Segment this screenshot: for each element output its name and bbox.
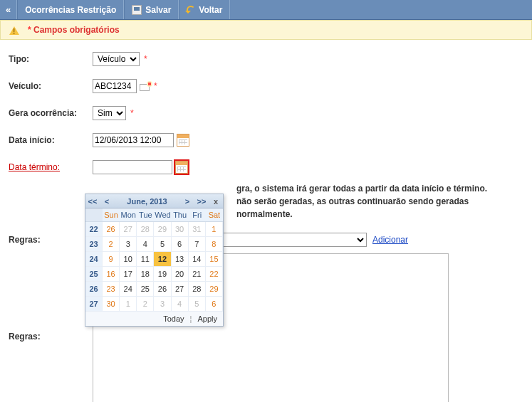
dp-day[interactable]: 8	[206, 237, 223, 252]
dp-dow: Fri	[189, 208, 206, 221]
dp-day[interactable]: 1	[120, 297, 137, 312]
dp-day[interactable]: 30	[172, 222, 189, 237]
tipo-select[interactable]: Veículo	[93, 52, 140, 66]
datepicker-popup: << < June, 2013 > >> x SunMonTueWedThuFr…	[85, 194, 224, 327]
dp-dow: Wed	[154, 208, 171, 221]
dp-day[interactable]: 30	[103, 297, 120, 312]
back-icon	[187, 6, 195, 14]
dp-week-col-head	[85, 208, 103, 221]
tipo-label: Tipo:	[9, 54, 93, 64]
dp-day[interactable]: 20	[172, 267, 189, 282]
dp-dow: Sun	[103, 208, 120, 221]
header-bar: « Ocorrências Restrição Salvar Voltar	[0, 0, 532, 20]
dp-day[interactable]: 27	[172, 282, 189, 297]
dp-day[interactable]: 23	[103, 282, 120, 297]
dp-dow: Tue	[137, 208, 154, 221]
adicionar-link[interactable]: Adicionar	[372, 235, 408, 245]
dp-day[interactable]: 6	[206, 297, 223, 312]
dp-day[interactable]: 27	[120, 222, 137, 237]
chevrons-left-icon: «	[6, 4, 11, 15]
dp-day[interactable]: 22	[206, 267, 223, 282]
dp-day[interactable]: 14	[189, 252, 206, 267]
dp-day[interactable]: 28	[189, 282, 206, 297]
collapse-button[interactable]: «	[0, 0, 17, 19]
dp-day[interactable]: 19	[154, 267, 171, 282]
data-inicio-label: Data início:	[9, 135, 93, 145]
dp-prev-year[interactable]: <<	[85, 197, 100, 206]
dp-day[interactable]: 1	[206, 222, 223, 237]
veiculo-picker-icon[interactable]	[140, 84, 150, 91]
dp-next-month[interactable]: >	[180, 197, 194, 206]
required-marker: *	[130, 108, 134, 118]
dp-week-number: 25	[85, 267, 103, 282]
dp-day[interactable]: 21	[189, 267, 206, 282]
back-button[interactable]: Voltar	[179, 0, 230, 19]
dp-week-number: 22	[85, 222, 103, 237]
dp-week-number: 27	[85, 297, 103, 312]
dp-day[interactable]: 5	[154, 237, 171, 252]
dp-day[interactable]: 24	[120, 282, 137, 297]
calendar-icon[interactable]	[177, 134, 189, 147]
dp-day[interactable]: 4	[137, 237, 154, 252]
dp-day[interactable]: 16	[103, 267, 120, 282]
regras-label-2: Regras:	[9, 332, 41, 342]
dp-day[interactable]: 4	[172, 297, 189, 312]
hint-text: gra, o sistema irá gerar todas a partir …	[236, 182, 523, 221]
dp-day[interactable]: 12	[154, 252, 171, 267]
required-marker: *	[144, 54, 147, 64]
dp-day[interactable]: 3	[154, 297, 171, 312]
dp-day[interactable]: 31	[189, 222, 206, 237]
dp-day[interactable]: 29	[154, 222, 171, 237]
veiculo-input[interactable]	[93, 79, 137, 93]
save-icon	[132, 5, 142, 15]
dp-close[interactable]: x	[209, 197, 223, 206]
dp-today-button[interactable]: Today	[162, 314, 185, 323]
required-marker: *	[154, 81, 157, 91]
dp-day[interactable]: 9	[103, 252, 120, 267]
dp-day[interactable]: 3	[120, 237, 137, 252]
form: Tipo: Veículo * Veículo: * Gera ocorrênc…	[0, 40, 532, 402]
data-termino-label: Data término:	[9, 162, 93, 172]
dp-week-number: 24	[85, 252, 103, 267]
dp-grid: 2226272829303112323456782491011121314152…	[85, 222, 223, 312]
dp-day[interactable]: 26	[154, 282, 171, 297]
dp-day[interactable]: 11	[137, 252, 154, 267]
dp-day[interactable]: 25	[137, 282, 154, 297]
dp-day[interactable]: 7	[189, 237, 206, 252]
dp-day[interactable]: 26	[103, 222, 120, 237]
save-button[interactable]: Salvar	[124, 0, 179, 19]
data-inicio-input[interactable]	[93, 133, 174, 147]
dp-dow: Thu	[172, 208, 189, 221]
regras-label: Regras:	[9, 235, 93, 245]
dp-dow: Mon	[120, 208, 137, 221]
dp-title[interactable]: June, 2013	[114, 197, 180, 206]
required-fields-notice: * Campos obrigatórios	[0, 20, 532, 40]
dp-day[interactable]: 13	[172, 252, 189, 267]
dp-dow: Sat	[206, 208, 223, 221]
dp-week-number: 26	[85, 282, 103, 297]
dp-day[interactable]: 6	[172, 237, 189, 252]
data-termino-input[interactable]	[93, 160, 172, 174]
dp-day[interactable]: 15	[206, 252, 223, 267]
dp-dow-row: SunMonTueWedThuFriSat	[85, 208, 223, 222]
dp-next-year[interactable]: >>	[194, 197, 209, 206]
dp-prev-month[interactable]: <	[100, 197, 114, 206]
gera-ocorrencia-label: Gera ocorrência:	[9, 108, 93, 118]
dp-day[interactable]: 10	[120, 252, 137, 267]
dp-day[interactable]: 2	[137, 297, 154, 312]
dp-apply-button[interactable]: Apply	[196, 314, 219, 323]
warning-icon	[9, 21, 19, 35]
gera-ocorrencia-select[interactable]: Sim	[93, 106, 126, 120]
dp-day[interactable]: 18	[137, 267, 154, 282]
dp-day[interactable]: 28	[137, 222, 154, 237]
calendar-icon[interactable]	[175, 161, 188, 174]
page-title: Ocorrências Restrição	[17, 0, 124, 19]
dp-day[interactable]: 17	[120, 267, 137, 282]
veiculo-label: Veículo:	[9, 81, 93, 91]
dp-day[interactable]: 29	[206, 282, 223, 297]
dp-week-number: 23	[85, 237, 103, 252]
dp-day[interactable]: 5	[189, 297, 206, 312]
dp-day[interactable]: 2	[103, 237, 120, 252]
